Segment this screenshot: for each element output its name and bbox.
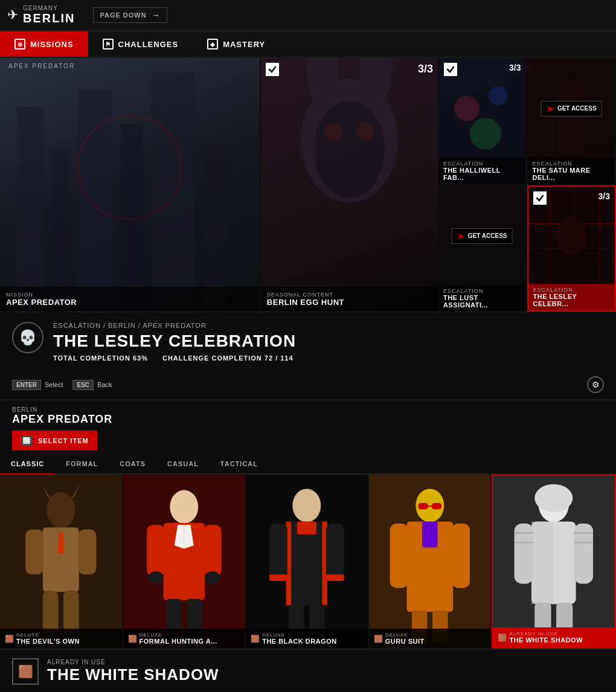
tab-missions-label: MISSIONS — [30, 40, 74, 49]
svg-point-10 — [314, 101, 385, 198]
tab-missions[interactable]: ⊕ MISSIONS — [0, 31, 88, 57]
mission-name: THE LESLEY CELEBRATION — [53, 332, 604, 351]
mission-card-lesley[interactable]: 3/3 ESCALATION THE LESLEY CELEBR... — [527, 185, 616, 312]
outfit-label-guru: 🟫 DELUXE GURU SUIT — [369, 629, 491, 649]
right-column: 3/3 ESCALATION THE HALLIWELL FAB... — [439, 58, 616, 312]
svg-point-29 — [47, 492, 75, 528]
outfit-bg-5 — [493, 476, 615, 647]
svg-point-50 — [205, 571, 220, 584]
outfit-card-formal-hunting[interactable]: 🟫 DELUXE FORMAL HUNTING A... — [123, 475, 245, 649]
outfit-tab-casual[interactable]: CASUAL — [156, 454, 210, 475]
card-bottom-info-lesley: ESCALATION THE LESLEY CELEBR... — [528, 284, 615, 310]
mission-card-egg-hunt[interactable]: 3/3 SEASONAL CONTENT BERLIN EGG HUNT — [261, 58, 439, 312]
svg-rect-66 — [432, 503, 441, 510]
svg-point-27 — [556, 217, 587, 255]
svg-rect-69 — [422, 522, 438, 548]
svg-rect-60 — [326, 574, 344, 581]
svg-rect-46 — [203, 525, 221, 576]
top-right-row: 3/3 ESCALATION THE HALLIWELL FAB... — [439, 58, 616, 184]
tab-mastery[interactable]: ◈ MASTERY — [193, 31, 280, 57]
svg-rect-2 — [78, 89, 112, 312]
svg-point-12 — [356, 123, 374, 140]
controls-bar: ENTER Select ESC Back ⚙ — [0, 370, 616, 399]
svg-rect-58 — [326, 524, 344, 581]
skull-icon: 💀 — [12, 322, 43, 353]
outfit-label-dragon: 🟫 DELUXE THE BLACK DRAGON — [246, 629, 368, 649]
svg-rect-71 — [452, 524, 470, 588]
settings-btn[interactable]: ⚙ — [587, 376, 604, 393]
outfit-bg-4 — [369, 475, 491, 649]
bottom-right-row: ➤ Get Access ESCALATION THE LUST ASSIGNA… — [439, 185, 616, 312]
total-completion: TOTAL COMPLETION 63% — [53, 354, 148, 362]
outfit-bg-2 — [123, 475, 245, 649]
tab-challenges[interactable]: ⚑ CHALLENGES — [88, 31, 193, 57]
card-progress-hal: 3/3 — [509, 63, 521, 72]
missions-wrap: APEX PREDATOR MISSI — [0, 58, 616, 399]
outfit-section: BERLIN APEX PREDATOR 🔲 SELECT ITEM — [0, 400, 616, 454]
get-access-btn-lust[interactable]: ➤ Get Access — [452, 228, 513, 244]
svg-point-11 — [324, 123, 342, 140]
bottom-selected: 🟫 ALREADY IN USE THE WHITE SHADOW — [0, 649, 616, 692]
card-bottom-info-hal: ESCALATION THE HALLIWELL FAB... — [439, 158, 526, 184]
mission-stats: TOTAL COMPLETION 63% CHALLENGE COMPLETIO… — [53, 354, 604, 362]
svg-rect-19 — [559, 112, 584, 162]
esc-key: ESC — [72, 380, 94, 390]
challenge-completion: CHALLENGE COMPLETION 72 / 114 — [162, 354, 294, 362]
nav-tabs: ⊕ MISSIONS ⚑ CHALLENGES ◈ MASTERY — [0, 31, 616, 58]
get-access-arrow-lust: ➤ — [457, 231, 464, 241]
select-control: ENTER Select — [12, 380, 63, 390]
select-label: Select — [45, 381, 63, 388]
card-bottom-info-satu: ESCALATION THE SATU MARE DELI... — [528, 158, 615, 184]
card-progress-2: 3/3 — [418, 63, 433, 75]
outfit-label-white-shadow: 🟫 ALREADY IN USE THE WHITE SHADOW — [493, 627, 615, 647]
tab-challenges-label: CHALLENGES — [118, 40, 179, 49]
mission-card-satu[interactable]: ➤ Get Access ESCALATION THE SATU MARE DE… — [528, 58, 616, 184]
outfit-tab-tactical[interactable]: TACTICAL — [210, 454, 269, 475]
svg-point-49 — [148, 571, 164, 584]
outfit-card-black-dragon[interactable]: 🟫 DELUXE THE BLACK DRAGON — [246, 475, 368, 649]
country-label: GERMANY — [23, 5, 75, 11]
outfit-type-icon-d: 🟫 — [251, 635, 260, 643]
outfit-bg-3 — [246, 475, 368, 649]
svg-point-16 — [470, 118, 501, 149]
arrow-right-icon: → — [152, 10, 161, 20]
select-icon: 🔲 — [21, 435, 33, 446]
svg-rect-33 — [25, 530, 43, 575]
outfit-label-devils: 🟫 DELUXE THE DEVIL'S OWN — [0, 629, 122, 649]
mission-card-halliwell[interactable]: 3/3 ESCALATION THE HALLIWELL FAB... — [439, 58, 527, 184]
bottom-item-info: ALREADY IN USE THE WHITE SHADOW — [47, 659, 604, 684]
outfit-card-guru[interactable]: 🟫 DELUXE GURU SUIT — [369, 475, 491, 649]
outfit-card-white-shadow[interactable]: 🟫 ALREADY IN USE THE WHITE SHADOW — [492, 475, 616, 649]
mission-card-apex[interactable]: MISSION APEX PREDATOR — [0, 58, 261, 312]
card-bg-2 — [261, 58, 438, 312]
svg-point-78 — [535, 484, 573, 512]
select-item-button[interactable]: 🔲 SELECT ITEM — [12, 431, 97, 450]
card-progress-lesley: 3/3 — [598, 191, 610, 201]
svg-rect-4 — [152, 72, 195, 312]
svg-point-15 — [489, 86, 507, 105]
card-check-hal — [444, 63, 457, 76]
svg-rect-70 — [390, 524, 408, 588]
challenges-icon: ⚑ — [103, 39, 114, 50]
card-check-2 — [266, 63, 279, 76]
location-block: ✈ GERMANY BERLIN — [7, 5, 75, 25]
missions-grid: MISSION APEX PREDATOR — [0, 58, 616, 312]
mission-breadcrumb: Escalation / Berlin / Apex Predator — [53, 322, 604, 329]
bottom-item-icon: 🟫 — [12, 658, 39, 685]
svg-point-14 — [454, 96, 480, 121]
svg-rect-45 — [147, 525, 165, 576]
mission-card-lust[interactable]: ➤ Get Access ESCALATION THE LUST ASSIGNA… — [439, 185, 527, 312]
enter-key: ENTER — [12, 380, 41, 390]
get-access-btn-satu[interactable]: ➤ Get Access — [541, 101, 602, 117]
missions-section: APEX PREDATOR MISSI — [0, 58, 616, 312]
card-bottom-info-egg: SEASONAL CONTENT BERLIN EGG HUNT — [261, 287, 438, 312]
outfit-location: BERLIN — [12, 406, 604, 413]
outfit-tab-classic[interactable]: CLASSIC — [0, 454, 55, 475]
page-nav[interactable]: PAGE DOWN → — [93, 7, 167, 23]
outfit-tab-coats[interactable]: COATS — [109, 454, 156, 475]
svg-rect-57 — [269, 524, 287, 581]
card-bottom-info-apex: MISSION APEX PREDATOR — [0, 287, 260, 312]
back-label: Back — [97, 381, 112, 388]
outfit-card-devils-own[interactable]: 🟫 DELUXE THE DEVIL'S OWN — [0, 475, 122, 649]
outfit-tab-formal[interactable]: FORMAL — [55, 454, 109, 475]
